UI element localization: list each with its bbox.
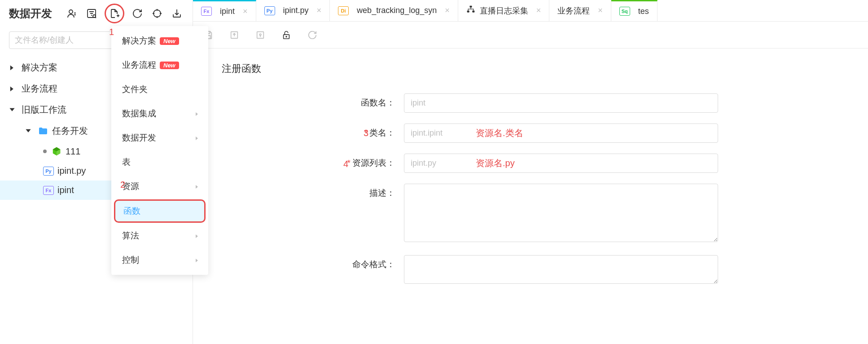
svg-rect-5 [467, 11, 469, 13]
close-icon[interactable]: × [317, 6, 322, 15]
tab-ipint[interactable]: Fx ipint × [193, 0, 256, 21]
label-function-name: 函数名： [211, 93, 404, 109]
new-badge: New [160, 62, 179, 69]
form-content: 注册函数 函数名： *类名： 资源名.类名 3 *资源列表： 资源名.py 4 [193, 49, 868, 310]
label-command-format: 命令格式： [211, 255, 404, 270]
form-row-command-format: 命令格式： [211, 255, 850, 286]
close-icon[interactable]: × [243, 7, 248, 16]
svg-rect-4 [469, 6, 472, 8]
input-command-format[interactable] [404, 255, 718, 284]
label-resource-list: *资源列表： [211, 154, 404, 169]
new-file-highlight [105, 4, 124, 23]
chevron-right-icon [9, 65, 17, 71]
svg-point-0 [69, 10, 73, 13]
form-row-resource-list: *资源列表： 资源名.py 4 [211, 154, 850, 173]
close-icon[interactable]: × [536, 6, 541, 15]
form-row-description: 描述： [211, 184, 850, 244]
annotation-3: 3 [364, 128, 368, 138]
tab-ipint-py[interactable]: Py ipint.py × [256, 0, 330, 21]
dropdown-item-workflow[interactable]: 业务流程 New [111, 53, 208, 77]
annotation-2: 2 [120, 180, 125, 190]
dropdown-item-folder[interactable]: 文件夹 [111, 77, 208, 101]
deploy-icon[interactable] [254, 29, 267, 41]
svg-rect-10 [257, 31, 264, 38]
main-area: Fx ipint × Py ipint.py × Di web_tracking… [193, 0, 868, 344]
refresh-icon[interactable] [131, 7, 144, 20]
form-row-class-name: *类名： 资源名.类名 3 [211, 123, 850, 143]
new-badge: New [160, 37, 179, 45]
svg-point-13 [286, 36, 287, 37]
status-dot-icon [43, 150, 47, 153]
close-icon[interactable]: × [445, 6, 450, 15]
fx-badge-icon: Fx [201, 7, 212, 16]
dropdown-item-data-integration[interactable]: 数据集成 [111, 101, 208, 126]
di-badge-icon: Di [338, 6, 349, 15]
fx-badge-icon: Fx [43, 186, 54, 195]
sidebar-header: 数据开发 [0, 0, 193, 27]
py-badge-icon: Py [264, 6, 275, 15]
folder-icon [38, 126, 48, 137]
new-file-dropdown: 解决方案 New 业务流程 New 文件夹 数据集成 数据开发 表 [111, 26, 208, 275]
input-function-name[interactable] [404, 93, 718, 113]
sq-badge-icon: Sq [619, 7, 630, 16]
cube-icon [51, 146, 62, 157]
chevron-right-icon [195, 109, 199, 119]
tabs-bar: Fx ipint × Py ipint.py × Di web_tracking… [193, 0, 868, 22]
input-resource-list[interactable] [404, 154, 718, 173]
label-description: 描述： [211, 184, 404, 199]
sidebar-title: 数据开发 [9, 6, 65, 21]
locate-icon[interactable] [150, 7, 164, 20]
editor-toolbar [193, 22, 868, 49]
section-title: 注册函数 [211, 62, 850, 75]
dropdown-item-table[interactable]: 表 [111, 150, 208, 174]
dropdown-item-control[interactable]: 控制 [111, 248, 208, 272]
sidebar-toolbar [65, 4, 184, 23]
filter-icon[interactable] [85, 7, 98, 20]
close-icon[interactable]: × [598, 6, 603, 15]
dropdown-item-data-dev[interactable]: 数据开发 [111, 126, 208, 150]
svg-rect-6 [472, 11, 474, 13]
new-file-icon[interactable] [108, 7, 121, 20]
tab-web-tracking[interactable]: Di web_tracking_log_syn × [330, 0, 458, 21]
annotation-1: 1 [109, 27, 114, 37]
dropdown-item-algorithm[interactable]: 算法 [111, 224, 208, 248]
dropdown-item-solution[interactable]: 解决方案 New [111, 29, 208, 53]
dropdown-item-resource[interactable]: 资源 [111, 174, 208, 198]
reload-icon[interactable] [306, 29, 319, 41]
py-badge-icon: Py [43, 167, 54, 176]
chevron-right-icon [195, 255, 199, 265]
submit-icon[interactable] [228, 29, 241, 41]
sidebar: 数据开发 [0, 0, 193, 344]
chevron-right-icon [9, 86, 17, 92]
lock-icon[interactable] [280, 29, 293, 41]
input-description[interactable] [404, 184, 718, 242]
workflow-icon [466, 5, 475, 16]
chevron-down-icon [25, 128, 33, 134]
input-class-name[interactable] [404, 123, 718, 143]
user-icon[interactable] [65, 7, 79, 20]
form-row-function-name: 函数名： [211, 93, 850, 113]
chevron-down-icon [9, 107, 17, 113]
tab-business-flow[interactable]: 业务流程 × [549, 0, 611, 21]
chevron-right-icon [195, 133, 199, 143]
label-class-name: *类名： [211, 123, 404, 139]
import-icon[interactable] [170, 7, 184, 20]
svg-point-11 [259, 34, 261, 35]
tab-live-log[interactable]: 直播日志采集 × [458, 0, 550, 21]
dropdown-item-function[interactable]: 函数 [114, 199, 206, 223]
chevron-right-icon [195, 181, 199, 191]
svg-point-3 [153, 10, 161, 17]
tab-tes[interactable]: Sq tes [611, 0, 658, 21]
annotation-4: 4 [343, 159, 348, 169]
chevron-right-icon [195, 231, 199, 241]
